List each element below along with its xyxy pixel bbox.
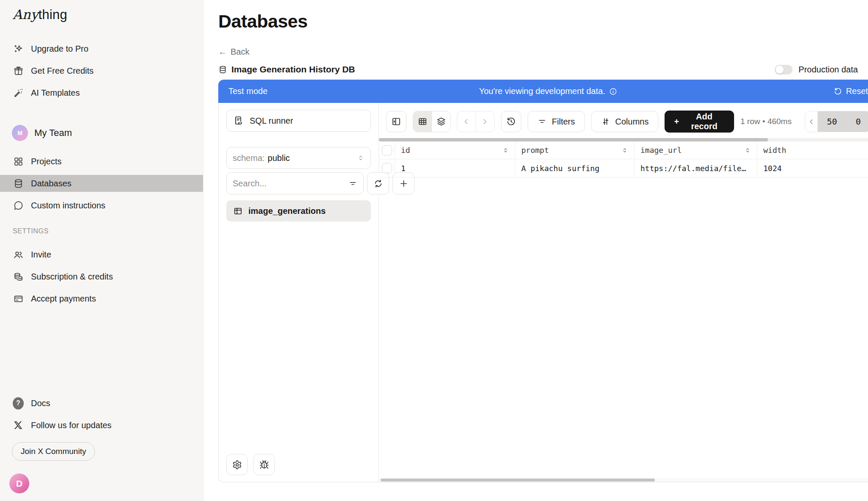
team-switcher[interactable]: M My Team: [12, 125, 203, 141]
settings-button[interactable]: [226, 454, 248, 475]
sidebar-item-upgrade-to-pro[interactable]: Upgrade to Pro: [0, 40, 203, 57]
reset-button[interactable]: Reset: [834, 86, 868, 96]
sidebar-nav-group: Projects Databases Custom instructions: [0, 153, 203, 214]
table-horizontal-scrollbar-top[interactable]: [379, 138, 868, 141]
add-record-button[interactable]: + Add record: [665, 111, 734, 133]
filters-button[interactable]: Filters: [528, 111, 584, 132]
sql-runner-button[interactable]: SQL runner: [226, 110, 371, 132]
page-prev-button[interactable]: [805, 111, 818, 132]
column-header-prompt[interactable]: prompt: [515, 141, 634, 159]
view-mode-segmented-control: [413, 111, 451, 132]
reset-label: Reset: [846, 86, 868, 96]
table-view-button[interactable]: [413, 111, 431, 132]
filter-icon[interactable]: [348, 179, 357, 188]
production-data-label: Production data: [798, 65, 858, 75]
grid-icon: [13, 156, 24, 167]
app-root: Anything Upgrade to Pro Get Free Credits…: [0, 0, 868, 501]
nav-back-button[interactable]: [457, 111, 476, 132]
banner-message-wrap: You're viewing development data.: [479, 86, 618, 96]
database-panel: SQL runner schema: public: [218, 103, 868, 482]
sidebar-item-label: Subscription & credits: [31, 272, 113, 282]
sidebar-item-label: Accept payments: [31, 294, 96, 304]
sidebar-item-label: Invite: [31, 250, 51, 260]
layers-icon: [436, 116, 446, 127]
cell-width[interactable]: 1024: [757, 159, 868, 177]
sidebar-item-label: Follow us for updates: [31, 421, 111, 430]
back-link[interactable]: ← Back: [218, 47, 249, 57]
brand-logo-italic: Any: [13, 7, 38, 22]
x-logo-icon: [13, 420, 24, 431]
sidebar-item-custom-instructions[interactable]: Custom instructions: [0, 197, 203, 214]
page-numbers: 50 0: [818, 111, 868, 132]
table-grid-icon: [417, 116, 428, 127]
table-item-image-generations[interactable]: image_generations: [226, 200, 371, 221]
row-checkbox[interactable]: [382, 163, 392, 173]
sidebar-item-docs[interactable]: ? Docs: [0, 395, 203, 412]
gear-icon: [232, 460, 242, 470]
sidebar-item-label: Custom instructions: [31, 201, 106, 210]
history-button[interactable]: [501, 111, 521, 132]
banner-message: You're viewing development data.: [479, 86, 605, 96]
sparkles-icon: [13, 43, 24, 54]
sidebar-item-projects[interactable]: Projects: [0, 153, 203, 170]
sidebar-item-follow-updates[interactable]: Follow us for updates: [0, 417, 203, 434]
column-header-width[interactable]: width: [757, 141, 868, 159]
sql-runner-label: SQL runner: [250, 116, 293, 126]
sidebar-spacer: [0, 307, 203, 395]
kebab-menu-icon[interactable]: ⋮: [864, 65, 868, 74]
sidebar-item-accept-payments[interactable]: Accept payments: [0, 290, 203, 307]
sort-icon[interactable]: [502, 147, 509, 154]
sidebar-item-subscription-credits[interactable]: Subscription & credits: [0, 268, 203, 285]
scrollbar-thumb[interactable]: [381, 479, 655, 482]
select-all-cell: [379, 141, 395, 159]
nav-forward-button[interactable]: [476, 111, 494, 132]
database-icon: [13, 178, 24, 189]
page-offset-value[interactable]: 0: [846, 116, 868, 127]
column-header-id[interactable]: id: [395, 141, 515, 159]
table-header-row: id prompt image_url width: [379, 141, 868, 159]
main-area: Databases ← Back Image Generation Histor…: [203, 0, 868, 501]
brand-logo[interactable]: Anything: [13, 7, 203, 22]
test-mode-label: Test mode: [228, 86, 267, 96]
info-icon[interactable]: [609, 87, 618, 96]
pagination-control: 50 0: [805, 111, 868, 132]
cell-prompt[interactable]: A pikachu surfing: [515, 159, 634, 177]
columns-button[interactable]: Columns: [591, 111, 659, 132]
database-name: Image Generation History DB: [231, 64, 355, 75]
table-toolbar: Filters Columns + Add record 1 row • 460…: [379, 103, 868, 133]
team-avatar: M: [12, 125, 28, 141]
plus-icon: +: [674, 117, 679, 127]
row-stats: 1 row • 460ms: [740, 117, 792, 126]
user-avatar[interactable]: D: [9, 473, 29, 493]
table-search-input[interactable]: [233, 179, 345, 188]
cell-id[interactable]: 1: [395, 159, 515, 177]
sidebar-item-label: Get Free Credits: [31, 66, 94, 76]
sidebar-item-databases[interactable]: Databases: [0, 175, 203, 192]
column-header-image-url[interactable]: image_url: [634, 141, 757, 159]
users-icon: [13, 249, 24, 260]
scrollbar-thumb[interactable]: [379, 138, 768, 141]
sidebar-item-ai-templates[interactable]: AI Templates: [0, 84, 203, 101]
table-horizontal-scrollbar-bottom[interactable]: [379, 478, 868, 482]
debug-button[interactable]: [253, 454, 275, 475]
sidebar-item-invite[interactable]: Invite: [0, 246, 203, 263]
join-x-community-button[interactable]: Join X Community: [12, 442, 95, 461]
collapse-sidebar-button[interactable]: [386, 111, 406, 132]
select-all-checkbox[interactable]: [382, 145, 392, 155]
production-data-toggle[interactable]: [775, 65, 793, 75]
sort-icon[interactable]: [621, 147, 628, 154]
layers-view-button[interactable]: [431, 111, 450, 132]
sidebar-item-label: AI Templates: [31, 88, 80, 98]
table-empty-space: [379, 177, 868, 478]
sort-icon[interactable]: [744, 147, 751, 154]
page-title: Databases: [218, 11, 868, 32]
credit-card-icon: [13, 293, 24, 304]
sidebar-item-label: Docs: [31, 399, 50, 408]
page-size-value[interactable]: 50: [818, 116, 846, 127]
sliders-icon: [601, 117, 610, 126]
sidebar-item-get-free-credits[interactable]: Get Free Credits: [0, 62, 203, 79]
database-icon: [218, 65, 227, 74]
magic-wand-icon: [13, 87, 24, 98]
cell-image-url[interactable]: https://fal.media/file…: [634, 159, 757, 177]
schema-select[interactable]: schema: public: [226, 147, 371, 169]
